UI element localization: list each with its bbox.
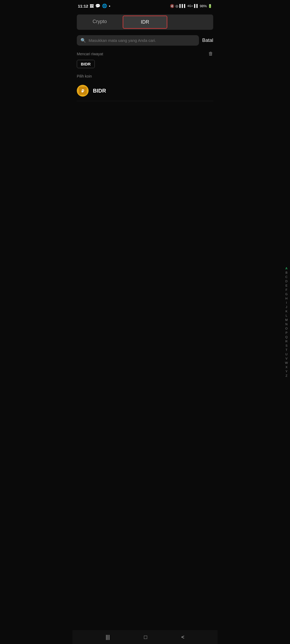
battery-percent: 98% (200, 4, 207, 8)
signal-icon: ▌▌▌ (179, 4, 186, 8)
tab-empty[interactable] (168, 16, 212, 29)
globe-icon: 🌐 (102, 3, 107, 8)
status-right: 🔇 ◎ ▌▌▌ 4G+ ▌▌ 98% 🔋 (170, 4, 212, 8)
nav-home-icon[interactable]: □ (144, 634, 147, 640)
wifi-icon: ◎ (175, 4, 178, 8)
svg-text:₽: ₽ (81, 89, 84, 93)
cancel-button[interactable]: Batal (202, 38, 213, 43)
coin-list: ₽ BIDR (73, 80, 218, 101)
time: 11:12 (78, 4, 88, 8)
bottom-nav: ||| □ < (73, 630, 218, 644)
bidr-icon: ₽ (77, 85, 89, 97)
history-section-header: Mencari riwayat 🗑 (73, 48, 218, 59)
history-title: Mencari riwayat (77, 52, 103, 56)
4g-label: 4G+ (187, 4, 193, 8)
whatsapp-icon: 💬 (95, 3, 100, 8)
mute-icon: 🔇 (170, 4, 174, 8)
bidr-svg: ₽ (79, 87, 87, 95)
search-row: 🔍 Batal (73, 32, 218, 48)
history-chip-bidr[interactable]: BIDR (77, 60, 95, 68)
bidr-symbol: BIDR (93, 88, 106, 94)
search-container: 🔍 (77, 35, 199, 46)
tab-crypto[interactable]: Crypto (78, 16, 122, 29)
signal2-icon: ▌▌ (194, 4, 199, 8)
dot-indicator: • (109, 4, 110, 8)
battery-icon: 🔋 (208, 4, 212, 8)
status-left: 11:12 🖼 💬 🌐 • (78, 3, 110, 8)
search-icon: 🔍 (81, 38, 86, 43)
search-input[interactable] (89, 38, 195, 43)
nav-recent-apps-icon[interactable]: ||| (106, 634, 110, 640)
image-icon: 🖼 (90, 4, 94, 8)
status-bar: 11:12 🖼 💬 🌐 • 🔇 ◎ ▌▌▌ 4G+ ▌▌ 98% 🔋 (73, 0, 218, 12)
coin-item-bidr[interactable]: ₽ BIDR (77, 80, 213, 101)
nav-back-icon[interactable]: < (181, 634, 184, 640)
coin-select-label: Pilih koin (73, 71, 218, 80)
history-chips: BIDR (73, 59, 218, 71)
tab-idr[interactable]: IDR (123, 16, 168, 29)
tab-bar: Crypto IDR (77, 14, 213, 30)
delete-history-icon[interactable]: 🗑 (208, 51, 213, 57)
